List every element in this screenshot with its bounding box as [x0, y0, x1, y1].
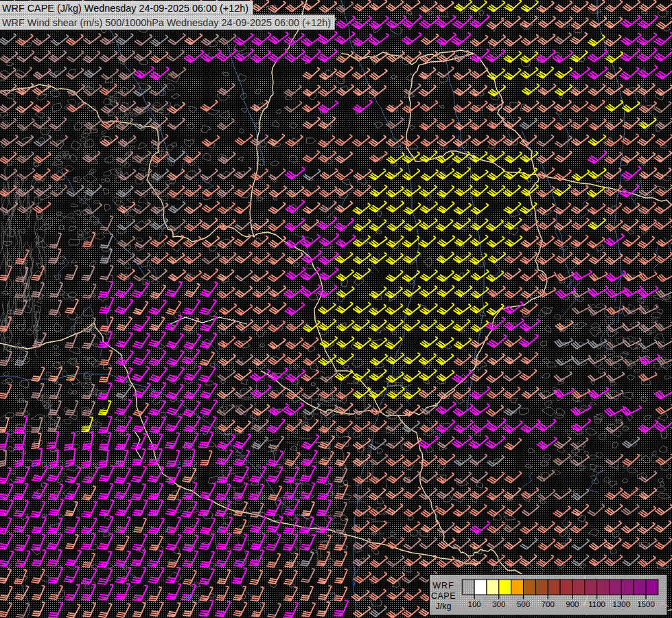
svg-text:1500: 1500	[637, 600, 655, 608]
svg-text:500: 500	[517, 600, 530, 608]
svg-text:1300: 1300	[613, 600, 631, 608]
svg-text:900: 900	[566, 600, 579, 608]
svg-text:WRF: WRF	[432, 581, 454, 591]
svg-text:CAPE: CAPE	[431, 591, 456, 601]
svg-text:700: 700	[542, 600, 555, 608]
svg-text:J/kg: J/kg	[436, 602, 452, 611]
svg-text:300: 300	[492, 600, 505, 608]
svg-text:100: 100	[468, 600, 481, 608]
svg-text:1100: 1100	[588, 600, 605, 608]
svg-text:WRF Wind shear (m/s) 500/1000h: WRF Wind shear (m/s) 500/1000hPa Wednesd…	[2, 16, 331, 28]
svg-text:WRF CAPE (J/kg) Wednesday 24-0: WRF CAPE (J/kg) Wednesday 24-09-2025 06:…	[2, 2, 248, 14]
